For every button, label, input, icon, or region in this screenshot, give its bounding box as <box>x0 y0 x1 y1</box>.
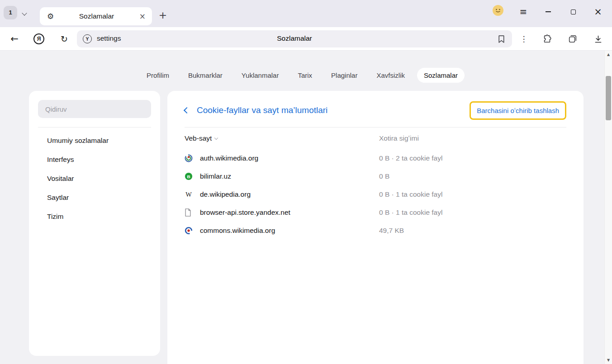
kebab-menu-icon[interactable]: ⋮ <box>518 32 529 46</box>
tab-profilim[interactable]: Profilim <box>140 68 176 83</box>
table-row[interactable]: W de.wikipedia.org 0 B · 1 ta cookie fay… <box>185 185 566 203</box>
tab-bukmarklar[interactable]: Bukmarklar <box>181 68 229 83</box>
settings-nav-tabs: Profilim Bukmarklar Yuklanmalar Tarix Pl… <box>0 51 604 83</box>
site-cell: commons.wikimedia.org <box>185 227 379 235</box>
download-icon[interactable] <box>591 31 605 47</box>
sidebar-item-vositalar[interactable]: Vositalar <box>38 169 151 188</box>
sidebar-item-interfeys[interactable]: Interfeys <box>38 150 151 169</box>
table-row[interactable]: browser-api.store.yandex.net 0 B · 1 ta … <box>185 203 566 222</box>
tab-xavfsizlik[interactable]: Xavfsizlik <box>370 68 412 83</box>
table-row[interactable]: commons.wikimedia.org 49,7 KB <box>185 222 566 240</box>
commons-logo-icon <box>185 227 200 235</box>
site-cell: auth.wikimedia.org <box>185 154 379 162</box>
tab-tarix[interactable]: Tarix <box>291 68 319 83</box>
minimize-icon <box>546 11 551 12</box>
scroll-down-arrow[interactable]: ▼ <box>605 358 612 362</box>
sort-chevron-icon <box>214 136 218 139</box>
maximize-icon <box>571 9 576 14</box>
tab-sozlamalar[interactable]: Sozlamalar <box>417 68 465 83</box>
avatar-image <box>492 5 504 16</box>
settings-sidebar: Umumiy sozlamalar Interfeys Vositalar Sa… <box>29 91 160 356</box>
column-header-site[interactable]: Veb-sayt <box>185 134 379 142</box>
site-name: auth.wikimedia.org <box>200 154 258 162</box>
cards-row: Umumiy sozlamalar Interfeys Vositalar Sa… <box>29 91 604 364</box>
new-tab-button[interactable]: + <box>157 10 168 21</box>
reload-button[interactable]: ↻ <box>56 31 72 47</box>
document-icon <box>185 208 200 217</box>
maximize-button[interactable] <box>567 5 579 18</box>
search-input[interactable] <box>38 100 151 118</box>
site-name: bilimlar.uz <box>200 172 231 180</box>
avatar[interactable] <box>492 5 504 16</box>
tab-group-button[interactable]: 1 <box>4 6 17 19</box>
site-name: commons.wikimedia.org <box>200 227 275 235</box>
column-site-label: Veb-sayt <box>185 134 212 142</box>
panel-title: Cookie-fayllar va sayt ma’lumotlari <box>197 105 470 115</box>
site-cell: W de.wikipedia.org <box>185 190 379 199</box>
svg-text:B: B <box>187 174 190 179</box>
cookies-panel: Cookie-fayllar va sayt ma’lumotlari Barc… <box>167 91 584 364</box>
vertical-scrollbar[interactable]: ▲ ▼ <box>604 51 612 364</box>
chevron-down-icon[interactable] <box>22 10 27 15</box>
back-chevron-icon[interactable] <box>184 107 190 113</box>
delete-all-button[interactable]: Barchasini oʻchirib tashlash <box>470 101 566 120</box>
hamburger-menu-icon[interactable]: ≡ <box>517 5 530 18</box>
tab-strip: 1 ⚙ Sozlamalar × + ≡ × <box>0 0 612 27</box>
panel-header: Cookie-fayllar va sayt ma’lumotlari Barc… <box>185 100 566 121</box>
storage-value: 0 B · 2 ta cookie fayl <box>379 154 566 162</box>
svg-text:W: W <box>185 191 192 198</box>
yandex-logo-icon[interactable]: Я <box>33 33 44 44</box>
site-name: de.wikipedia.org <box>200 190 251 199</box>
site-cell: browser-api.store.yandex.net <box>185 208 379 217</box>
sidebar-item-umumiy-sozlamalar[interactable]: Umumiy sozlamalar <box>38 131 151 150</box>
wikipedia-w-icon: W <box>185 190 200 199</box>
address-bar[interactable]: Y settings Sozlamalar <box>77 30 512 47</box>
minimize-button[interactable] <box>542 5 555 18</box>
active-tab[interactable]: ⚙ Sozlamalar × <box>40 7 152 25</box>
back-button[interactable]: ← <box>6 31 23 47</box>
tab-title: Sozlamalar <box>54 12 139 20</box>
sidebar-divider <box>38 127 151 128</box>
table-row[interactable]: B bilimlar.uz 0 B <box>185 167 566 185</box>
sidebar-item-tizim[interactable]: Tizim <box>38 207 151 226</box>
storage-value: 49,7 KB <box>379 227 566 235</box>
extensions-icon[interactable] <box>540 31 555 47</box>
sidebar-list: Umumiy sozlamalar Interfeys Vositalar Sa… <box>38 131 151 226</box>
window-close-button[interactable]: × <box>592 5 604 18</box>
bilimlar-favicon: B <box>185 172 200 180</box>
wikimedia-logo-icon <box>185 154 200 162</box>
settings-page: Profilim Bukmarklar Yuklanmalar Tarix Pl… <box>0 51 604 364</box>
gear-icon: ⚙ <box>47 12 54 21</box>
column-header-storage: Xotira sigʻimi <box>379 134 566 142</box>
toolbar: ← Я ↻ Y settings Sozlamalar ⋮ <box>0 27 612 51</box>
sidebar-item-saytlar[interactable]: Saytlar <box>38 188 151 207</box>
storage-value: 0 B · 1 ta cookie fayl <box>379 208 566 217</box>
table-header: Veb-sayt Xotira sigʻimi <box>185 128 566 149</box>
tab-groups-icon[interactable] <box>565 31 580 47</box>
storage-value: 0 B · 1 ta cookie fayl <box>379 190 566 199</box>
tab-yuklanmalar[interactable]: Yuklanmalar <box>235 68 286 83</box>
storage-value: 0 B <box>379 172 566 180</box>
tab-close-icon[interactable]: × <box>139 12 146 21</box>
table-row[interactable]: auth.wikimedia.org 0 B · 2 ta cookie fay… <box>185 149 566 167</box>
bookmark-icon[interactable] <box>498 35 507 44</box>
tab-plaginlar[interactable]: Plaginlar <box>324 68 364 83</box>
scrollbar-thumb[interactable] <box>606 76 611 120</box>
scroll-up-arrow[interactable]: ▲ <box>605 52 612 57</box>
site-name: browser-api.store.yandex.net <box>200 208 290 217</box>
page-title: Sozlamalar <box>77 34 512 43</box>
site-cell: B bilimlar.uz <box>185 172 379 180</box>
